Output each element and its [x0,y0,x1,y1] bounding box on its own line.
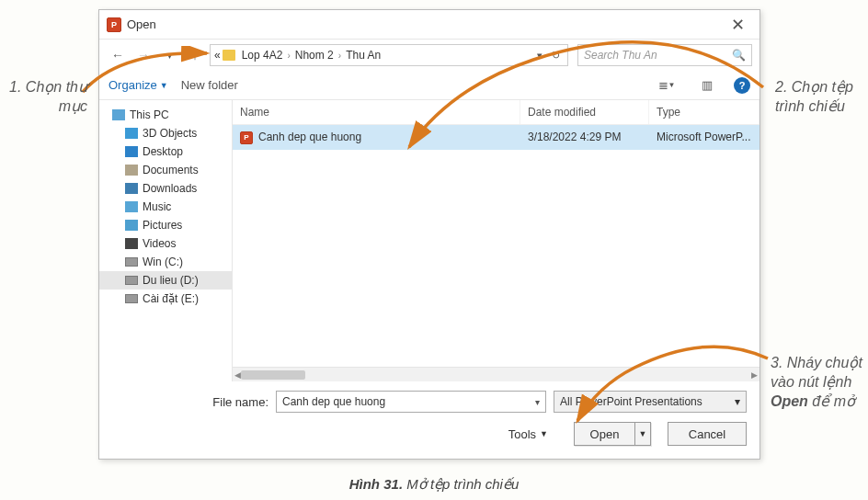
breadcrumb[interactable]: « Lop 4A2 › Nhom 2 › Thu An ▾ ↻ [210,44,568,66]
help-button[interactable]: ? [734,77,750,94]
breadcrumb-seg-2[interactable]: Nhom 2 [292,49,337,62]
close-button[interactable]: ✕ [724,15,752,35]
cancel-button[interactable]: Cancel [668,422,747,446]
list-header: Name Date modified Type [233,100,760,125]
annotation-1: 1. Chọn thư mục [3,78,87,117]
tree-item-c-i-t-e-[interactable]: Cài đặt (E:) [99,290,232,308]
filename-input[interactable]: Canh dep que huong ▾ [276,391,546,413]
file-name-cell: PCanh dep que huong [233,125,520,150]
powerpoint-icon: P [107,17,121,32]
drv-icon [125,257,138,267]
folder-tree: This PC3D ObjectsDesktopDocumentsDownloa… [99,100,233,381]
file-date-cell: 3/18/2022 4:29 PM [520,125,649,149]
tree-item-3d-objects[interactable]: 3D Objects [99,124,232,142]
doc-icon [125,165,138,176]
open-dialog: P Open ✕ ← → ▾ ↑ « Lop 4A2 › Nhom 2 › Th… [98,9,760,460]
tree-item-label: This PC [130,108,169,121]
titlebar: P Open ✕ [99,10,760,40]
tree-item-desktop[interactable]: Desktop [99,142,232,161]
breadcrumb-overflow[interactable]: « [214,49,221,62]
search-input[interactable]: Search Thu An 🔍 [577,44,752,66]
open-button[interactable]: Open [574,422,634,446]
pic-icon [125,220,138,231]
scroll-left-icon[interactable]: ◀ [234,370,241,380]
tree-item-label: Downloads [143,182,197,195]
chevron-down-icon: ▾ [735,395,740,408]
chevron-down-icon: ▼ [540,429,548,438]
new-folder-button[interactable]: New folder [181,78,238,92]
file-row[interactable]: PCanh dep que huong3/18/2022 4:29 PMMicr… [233,125,760,150]
forward-button[interactable]: → [132,44,154,66]
folder-icon [223,50,235,61]
tree-item-label: Videos [143,237,176,250]
file-type-cell: Microsoft PowerP... [649,125,760,149]
column-date[interactable]: Date modified [520,100,649,124]
chevron-down-icon[interactable]: ▾ [535,397,540,407]
mus-icon [125,201,138,212]
drv-icon [125,294,138,303]
chevron-right-icon: › [338,51,341,61]
3d-icon [125,128,138,139]
tree-item-this-pc[interactable]: This PC [99,106,232,124]
dl-icon [125,183,138,194]
tree-item-videos[interactable]: Videos [99,234,232,253]
back-button[interactable]: ← [107,44,129,66]
chevron-down-icon: ▼ [160,81,168,90]
view-mode-button[interactable]: ≣ ▼ [653,75,680,96]
search-icon: 🔍 [732,49,746,62]
dialog-title: Open [127,17,724,31]
tree-item-label: Music [143,200,171,213]
organize-menu[interactable]: Organize▼ [108,78,168,92]
open-dropdown-button[interactable]: ▼ [634,422,651,446]
file-type-filter[interactable]: All PowerPoint Presentations ▾ [554,391,747,413]
vid-icon [125,238,138,249]
horizontal-scrollbar[interactable]: ◀ ▶ [233,367,760,381]
breadcrumb-seg-1[interactable]: Lop 4A2 [239,49,286,62]
dialog-footer: File name: Canh dep que huong ▾ All Powe… [99,381,760,459]
file-rows: PCanh dep que huong3/18/2022 4:29 PMMicr… [233,125,760,367]
pc-icon [112,109,125,120]
column-type[interactable]: Type [649,100,760,124]
tree-item-label: Cài đặt (E:) [143,292,199,305]
desk-icon [125,146,138,157]
tree-item-label: 3D Objects [143,127,197,140]
scroll-thumb[interactable] [241,370,305,380]
preview-pane-button[interactable]: ▥ [693,75,721,96]
breadcrumb-seg-3[interactable]: Thu An [343,49,383,62]
tree-item-label: Documents [143,164,199,176]
tree-item-label: Win (C:) [143,256,183,268]
up-button[interactable]: ↑ [184,44,206,66]
tree-item-downloads[interactable]: Downloads [99,179,232,198]
annotation-2: 2. Chọn tệp trình chiếu [775,78,862,117]
tree-item-music[interactable]: Music [99,198,232,216]
chevron-down-icon: ▼ [639,429,647,438]
scroll-right-icon[interactable]: ▶ [751,370,758,380]
annotation-3: 3. Nháy chuột vào nút lệnh Open để mở [771,354,862,411]
pptx-icon: P [240,131,253,144]
tree-item-documents[interactable]: Documents [99,161,232,179]
toolbar: Organize▼ New folder ≣ ▼ ▥ ? [99,71,760,100]
column-name[interactable]: Name [233,100,520,124]
tree-item-label: Desktop [143,145,183,158]
filename-label: File name: [112,395,268,409]
tree-item-pictures[interactable]: Pictures [99,216,232,234]
drv-icon [125,276,138,285]
search-placeholder: Search Thu An [584,49,657,62]
breadcrumb-dropdown[interactable]: ▾ [533,50,546,62]
refresh-button[interactable]: ↻ [548,50,564,62]
figure-caption: Hình 31. Mở tệp trình chiếu [0,476,868,493]
nav-row: ← → ▾ ↑ « Lop 4A2 › Nhom 2 › Thu An ▾ ↻ … [99,40,760,71]
tree-item-label: Pictures [143,219,182,232]
tools-menu[interactable]: Tools▼ [508,427,548,441]
tree-item-win-c-[interactable]: Win (C:) [99,253,232,271]
tree-item-du-lieu-d-[interactable]: Du lieu (D:) [99,271,232,290]
file-list-area: Name Date modified Type PCanh dep que hu… [233,100,760,381]
recent-dropdown[interactable]: ▾ [158,44,180,66]
chevron-right-icon: › [287,51,290,61]
tree-item-label: Du lieu (D:) [143,274,199,287]
